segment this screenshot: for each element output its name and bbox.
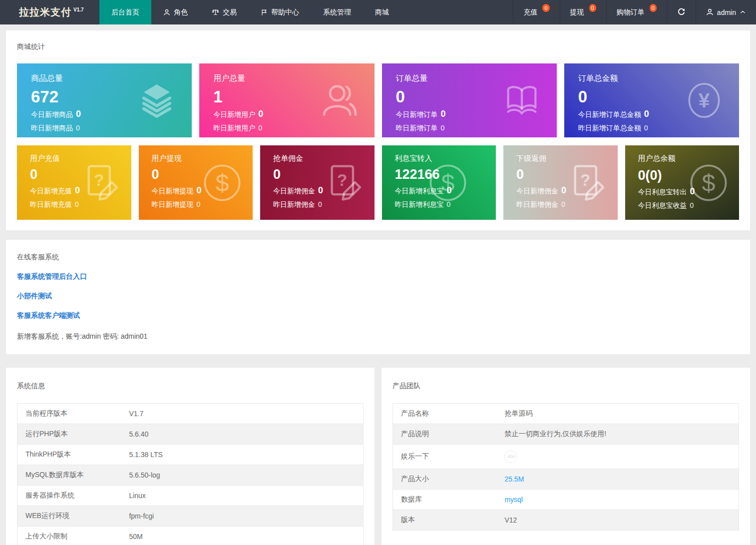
page-content: 商城统计 商品总量 672 今日新增商品0 昨日新增商品0: [0, 24, 756, 545]
table-row: 服务器操作系统Linux: [17, 486, 364, 506]
nav-system-admin[interactable]: 系统管理: [311, 0, 363, 24]
nav-help-center[interactable]: 帮助中心: [249, 0, 311, 24]
stat-value: 0: [516, 168, 618, 181]
shop-orders-badge: 0: [650, 4, 657, 12]
recharge-badge: 0: [542, 4, 549, 12]
nav-mall[interactable]: 商城: [363, 0, 401, 24]
stat-card-order-amount: 订单总金额 0 今日新增订单总金额0 昨日新增订单总金额0 ¥: [564, 63, 739, 137]
stat-card-withdraw: 用户提现 0 今日新增提现0 昨日新增提现0 $: [139, 145, 253, 220]
nav-recharge[interactable]: 充值 0: [513, 0, 559, 24]
nav-dashboard[interactable]: 后台首页: [99, 0, 151, 24]
scales-icon: [212, 8, 219, 16]
service-admin-entry-link[interactable]: 客服系统管理后台入口: [17, 272, 739, 281]
stat-card-users: 用户总量 1 今日新增用户0 昨日新增用户0: [199, 63, 374, 137]
stat-card-referral-commission: 下级返佣 0 今日新增佣金0 昨日新增佣金0 ?: [503, 145, 618, 220]
flag-icon: [261, 9, 268, 16]
table-row: 上传大小限制50M: [17, 527, 364, 545]
system-info-title: 系统信息: [17, 382, 364, 391]
product-team-table: 产品名称抢单源码 产品说明禁止一切商业行为,仅供娱乐使用! 娱乐一下404 产品…: [392, 403, 739, 531]
table-row: WEB运行环境fpm-fcgi: [17, 506, 364, 527]
stat-card-recharge: 用户充值 0 今日新增充值0 昨日新增充值0 ?: [17, 145, 131, 220]
chevron-up-icon: [740, 9, 746, 15]
mall-stats-title: 商城统计: [17, 42, 739, 51]
nav-roles[interactable]: 角色: [151, 0, 200, 24]
table-row: 数据库mysql: [393, 490, 739, 510]
nav-shop-orders[interactable]: 购物订单 0: [606, 0, 667, 24]
service-client-test-link[interactable]: 客服系统客户端测试: [17, 311, 739, 320]
refresh-button[interactable]: [667, 0, 696, 24]
system-info-table: 当前程序版本V1.7 运行PHP版本5.6.40 ThinkPHP版本5.1.3…: [17, 403, 364, 545]
stats-row-2: 用户充值 0 今日新增充值0 昨日新增充值0 ? 用户提现 0 今日新增提现0 …: [17, 145, 739, 220]
table-row: ThinkPHP版本5.1.38 LTS: [17, 445, 364, 465]
stat-card-total-balance: 用户总余额 0(0) 今日利息宝转出0 今日利息宝收益0 $: [625, 145, 740, 220]
stats-row-1: 商品总量 672 今日新增商品0 昨日新增商品0 用户总量 1 今日新增用户0: [17, 63, 739, 137]
table-row: MySQL数据库版本5.6.50-log: [17, 465, 364, 486]
online-service-panel: 在线客服系统 客服系统管理后台入口 小部件测试 客服系统客户端测试 新增客服系统…: [6, 240, 750, 354]
table-row: 产品名称抢单源码: [393, 404, 739, 424]
table-row: 运行PHP版本5.6.40: [17, 424, 364, 445]
stat-card-orders: 订单总量 0 今日新增订单0 昨日新增订单0: [382, 63, 557, 137]
navbar-right: 充值 0 提现 0 购物订单 0 admin: [513, 0, 756, 24]
username: admin: [717, 8, 736, 16]
online-service-title: 在线客服系统: [17, 253, 739, 262]
stat-value: 0: [152, 168, 253, 181]
user-icon: [163, 9, 170, 16]
stat-value: 1: [213, 88, 374, 105]
table-row: 版本V12: [393, 510, 739, 531]
widget-test-link[interactable]: 小部件测试: [17, 292, 739, 301]
refresh-icon: [677, 8, 686, 16]
nav-withdraw[interactable]: 提现 0: [560, 0, 606, 24]
bottom-row: 系统信息 当前程序版本V1.7 运行PHP版本5.6.40 ThinkPHP版本…: [6, 368, 750, 545]
table-row: 娱乐一下404: [393, 445, 739, 469]
app-version: V1.7: [73, 7, 84, 12]
table-row: 产品大小25.5M: [393, 469, 739, 490]
product-team-title: 产品团队: [392, 382, 739, 391]
top-navbar: 拉拉米支付 V1.7 后台首页 角色 交易 帮助中心: [0, 0, 756, 24]
stat-value: 0: [30, 168, 131, 181]
database-link[interactable]: mysql: [504, 496, 523, 504]
service-account-note: 新增客服系统，账号:admin 密码: admin01: [17, 332, 739, 341]
stat-value: 0: [396, 88, 557, 105]
stat-value: 0(0): [638, 169, 740, 182]
product-team-panel: 产品团队 产品名称抢单源码 产品说明禁止一切商业行为,仅供娱乐使用! 娱乐一下4…: [381, 368, 750, 545]
broken-image-placeholder: 404: [504, 450, 517, 463]
mall-stats-panel: 商城统计 商品总量 672 今日新增商品0 昨日新增商品0: [6, 30, 750, 230]
app-title: 拉拉米支付: [19, 5, 71, 19]
table-row: 产品说明禁止一切商业行为,仅供娱乐使用!: [393, 424, 739, 445]
product-size-link[interactable]: 25.5M: [504, 475, 524, 483]
nav-transactions[interactable]: 交易: [200, 0, 249, 24]
stat-value: 0: [578, 88, 739, 105]
withdraw-badge: 0: [589, 4, 596, 12]
stat-value: 122166: [395, 168, 496, 181]
app-logo: 拉拉米支付 V1.7: [0, 0, 99, 24]
stat-value: 672: [31, 88, 192, 105]
user-menu[interactable]: admin: [696, 0, 756, 24]
table-row: 当前程序版本V1.7: [17, 404, 364, 424]
stat-card-interest-in: 利息宝转入 122166 今日新增利息宝0 昨日新增利息宝0 $: [382, 145, 496, 220]
stat-card-order-commission: 抢单佣金 0 今日新增佣金0 昨日新增佣金0 ?: [260, 145, 375, 220]
system-info-panel: 系统信息 当前程序版本V1.7 运行PHP版本5.6.40 ThinkPHP版本…: [6, 368, 375, 545]
stat-value: 0: [273, 168, 375, 181]
person-icon: [706, 8, 714, 16]
main-nav: 后台首页 角色 交易 帮助中心 系统管理 商城: [99, 0, 401, 24]
stat-card-products: 商品总量 672 今日新增商品0 昨日新增商品0: [17, 63, 192, 137]
